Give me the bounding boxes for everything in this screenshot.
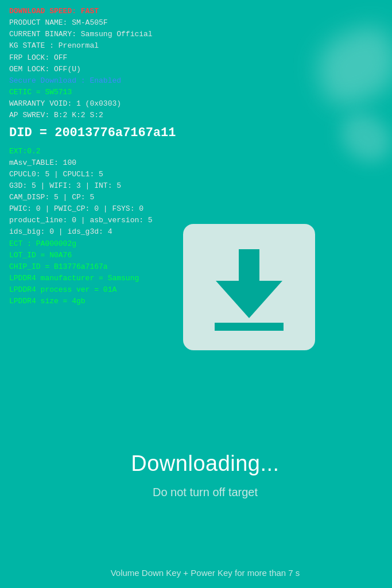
cam-disp-line: CAM_DISP: 5 | CP: 5 [9,192,383,203]
download-speed-line: DOWNLOAD SPEED: FAST [9,6,383,17]
ap-swrev-line: AP SWREV: B:2 K:2 S:2 [9,110,383,121]
volume-key-hint: Volume Down Key + Power Key for more tha… [9,568,392,578]
masv-line: mAsv_TABLE: 100 [9,157,383,169]
current-binary-line: CURRENT BINARY: Samsung Official [9,29,383,40]
samsung-download-screen: DOWNLOAD SPEED: FAST PRODUCT NAME: SM-A5… [0,0,392,588]
did-line: DID = 20013776a7167a11 [9,123,383,143]
download-icon-box [183,224,315,350]
product-name-line: PRODUCT NAME: SM-A505F [9,17,383,29]
g3d-line: G3D: 5 | WIFI: 3 | INT: 5 [9,180,383,192]
do-not-turn-off-label: Do not turn off target [9,486,392,499]
download-arrow-icon [215,249,284,331]
arrow-stem [239,249,259,281]
arrow-base [215,323,284,331]
downloading-label: Downloading... [9,451,392,476]
pwic-line: PWIC: 0 | PWIC_CP: 0 | FSYS: 0 [9,203,383,215]
warranty-line: WARRANTY VOID: 1 (0x0303) [9,98,383,110]
arrow-head [216,281,282,318]
cpucl-line: CPUCL0: 5 | CPUCL1: 5 [9,169,383,180]
ext-line: EXT:0.2 [9,146,383,157]
